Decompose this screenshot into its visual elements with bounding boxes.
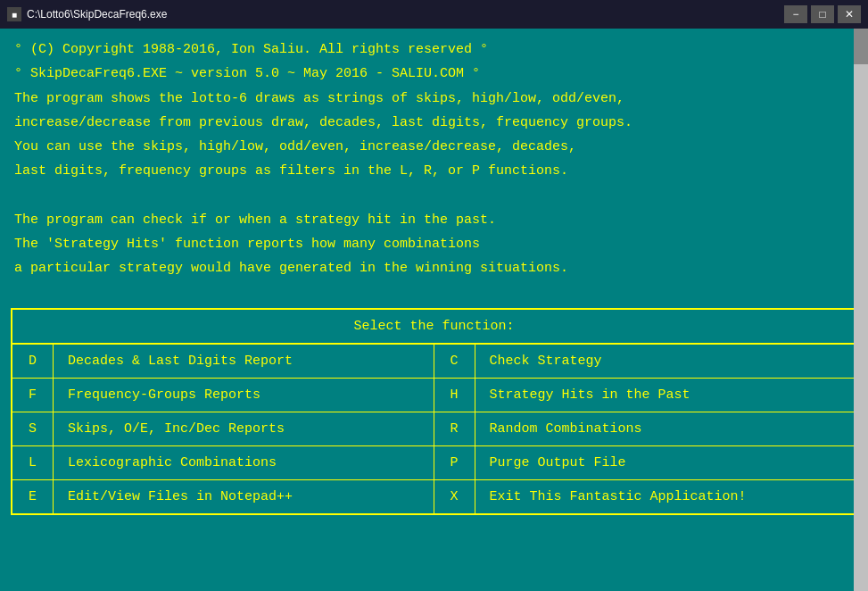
info-line-4: You can use the skips, high/low, odd/eve…: [14, 137, 854, 157]
title-bar-icon: ■: [7, 7, 21, 21]
menu-grid: DDecades & Last Digits ReportCCheck Stra…: [12, 345, 856, 513]
info-line-0: ° (C) Copyright 1988-2016, Ion Saliu. Al…: [14, 39, 854, 60]
scrollbar-thumb[interactable]: [854, 29, 868, 64]
menu-label-F: Frequency-Groups Reports: [54, 379, 275, 412]
menu-left-cell-0[interactable]: DDecades & Last Digits Report: [12, 345, 434, 379]
menu-key-L[interactable]: L: [12, 446, 54, 479]
menu-left-cell-4[interactable]: EEdit/View Files in Notepad++: [12, 480, 434, 513]
menu-label-D: Decades & Last Digits Report: [54, 345, 307, 378]
menu-key-X[interactable]: X: [434, 480, 475, 513]
menu-label-P: Purge Output File: [475, 446, 641, 479]
title-bar-title: C:\Lotto6\SkipDecaFreq6.exe: [27, 8, 167, 21]
info-line-6: [14, 186, 854, 206]
maximize-button[interactable]: □: [811, 5, 834, 23]
info-line-7: The program can check if or when a strat…: [14, 210, 854, 230]
menu-right-cell-1[interactable]: HStrategy Hits in the Past: [434, 379, 856, 412]
menu-left-cell-1[interactable]: FFrequency-Groups Reports: [12, 379, 434, 412]
menu-key-E[interactable]: E: [12, 480, 54, 513]
menu-label-R: Random Combinations: [475, 412, 657, 445]
menu-label-L: Lexicographic Combinations: [54, 446, 291, 479]
menu-key-D[interactable]: D: [12, 345, 54, 378]
menu-key-S[interactable]: S: [12, 412, 54, 445]
menu-label-S: Skips, O/E, Inc/Dec Reports: [54, 412, 299, 445]
menu-key-P[interactable]: P: [434, 446, 475, 479]
info-line-2: The program shows the lotto-6 draws as s…: [14, 88, 854, 109]
menu-label-H: Strategy Hits in the Past: [475, 379, 705, 412]
menu-key-C[interactable]: C: [434, 345, 475, 378]
title-bar: ■ C:\Lotto6\SkipDecaFreq6.exe − □ ✕: [0, 0, 868, 29]
menu-right-cell-2[interactable]: RRandom Combinations: [434, 412, 856, 446]
main-content: ° (C) Copyright 1988-2016, Ion Saliu. Al…: [0, 29, 868, 294]
info-line-5: last digits, frequency groups as filters…: [14, 161, 854, 181]
menu-key-H[interactable]: H: [434, 379, 475, 412]
info-line-3: increase/decrease from previous draw, de…: [14, 112, 854, 133]
close-button[interactable]: ✕: [838, 5, 861, 23]
menu-left-cell-2[interactable]: SSkips, O/E, Inc/Dec Reports: [12, 412, 434, 446]
menu-container: Select the function: DDecades & Last Dig…: [11, 308, 857, 515]
minimize-button[interactable]: −: [784, 5, 807, 23]
menu-left-cell-3[interactable]: LLexicographic Combinations: [12, 446, 434, 480]
menu-right-cell-4[interactable]: XExit This Fantastic Application!: [434, 480, 856, 513]
menu-label-X: Exit This Fantastic Application!: [475, 480, 761, 513]
menu-right-cell-3[interactable]: PPurge Output File: [434, 446, 856, 480]
menu-right-cell-0[interactable]: CCheck Strategy: [434, 345, 856, 379]
menu-key-F[interactable]: F: [12, 379, 54, 412]
menu-key-R[interactable]: R: [434, 412, 475, 445]
info-line-8: The 'Strategy Hits' function reports how…: [14, 234, 854, 254]
menu-header: Select the function:: [12, 310, 856, 345]
menu-label-C: Check Strategy: [475, 345, 616, 378]
menu-label-E: Edit/View Files in Notepad++: [54, 480, 307, 513]
info-line-9: a particular strategy would have generat…: [14, 258, 854, 279]
info-line-1: ° SkipDecaFreq6.EXE ~ version 5.0 ~ May …: [14, 63, 854, 84]
scrollbar[interactable]: [854, 29, 868, 591]
